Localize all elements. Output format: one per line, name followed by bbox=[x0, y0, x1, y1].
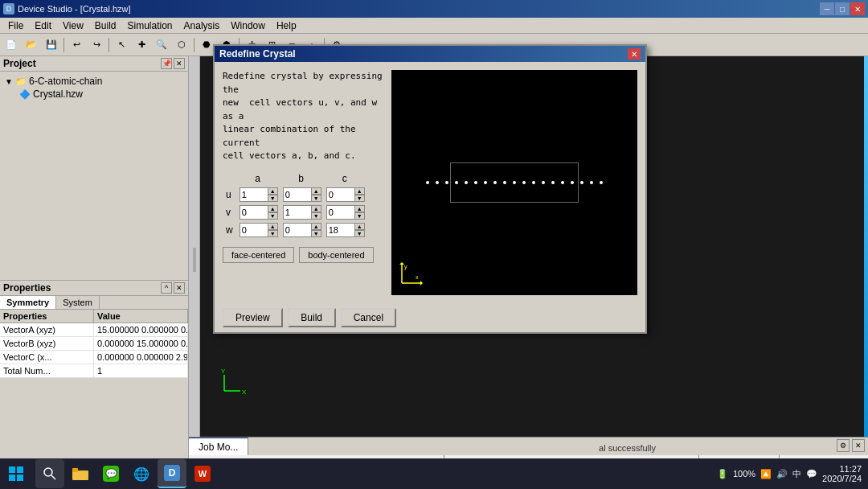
cancel-button[interactable]: Cancel bbox=[341, 308, 396, 327]
build-button[interactable]: Build bbox=[288, 308, 336, 327]
sidebar-controls[interactable]: 📌 ✕ bbox=[161, 58, 185, 69]
menu-window[interactable]: Window bbox=[226, 18, 270, 33]
menu-file[interactable]: File bbox=[3, 18, 28, 33]
spin-down-w-a[interactable]: ▼ bbox=[268, 230, 278, 237]
matrix-field-u-a[interactable] bbox=[242, 190, 268, 199]
matrix-field-v-c[interactable] bbox=[329, 208, 354, 217]
spin-up-u-c[interactable]: ▲ bbox=[354, 187, 365, 195]
spin-down-u-b[interactable]: ▼ bbox=[311, 195, 321, 202]
spinner-v-a[interactable]: ▲ ▼ bbox=[268, 205, 278, 220]
dialog-close-button[interactable]: ✕ bbox=[628, 48, 641, 60]
matrix-input-w-c[interactable]: ▲ ▼ bbox=[326, 223, 363, 237]
menu-simulation[interactable]: Simulation bbox=[123, 18, 178, 33]
properties-expand-button[interactable]: ^ bbox=[161, 282, 172, 294]
matrix-field-w-c[interactable] bbox=[329, 225, 354, 235]
spin-down-v-a[interactable]: ▼ bbox=[268, 212, 278, 220]
spin-up-u-a[interactable]: ▲ bbox=[268, 187, 278, 195]
taskbar-chrome[interactable]: 🌐 bbox=[127, 459, 156, 488]
properties-scroll[interactable]: VectorA (xyz) 15.000000 0.000000 0.00000… bbox=[0, 323, 188, 378]
menu-help[interactable]: Help bbox=[272, 18, 301, 33]
body-centered-button[interactable]: body-centered bbox=[299, 247, 373, 263]
toolbar-sep-1 bbox=[63, 38, 64, 52]
jm-close-button[interactable]: ✕ bbox=[852, 439, 865, 452]
tab-symmetry[interactable]: Symmetry bbox=[0, 296, 56, 309]
matrix-input-w-b[interactable]: ▲ ▼ bbox=[283, 223, 320, 237]
preview-button[interactable]: Preview bbox=[223, 308, 283, 327]
face-centered-button[interactable]: face-centered bbox=[223, 247, 294, 263]
matrix-field-w-a[interactable] bbox=[242, 225, 268, 235]
tree-root-item[interactable]: ▼ 📁 6-C-atomic-chain bbox=[3, 75, 185, 88]
menu-view[interactable]: View bbox=[58, 18, 88, 33]
taskbar-search[interactable] bbox=[35, 459, 64, 488]
matrix-field-v-a[interactable] bbox=[242, 208, 268, 217]
taskbar-file-explorer[interactable] bbox=[66, 459, 95, 488]
spinner-u-a[interactable]: ▲ ▼ bbox=[268, 187, 278, 202]
toolbar-open[interactable]: 📂 bbox=[22, 36, 41, 54]
properties-controls[interactable]: ^ ✕ bbox=[161, 282, 185, 294]
jm-controls[interactable]: ⚙ ✕ bbox=[837, 439, 865, 452]
taskbar-device-studio[interactable]: D bbox=[158, 459, 186, 488]
matrix-input-u-a[interactable]: ▲ ▼ bbox=[240, 187, 276, 202]
toolbar-select[interactable]: ⬡ bbox=[172, 36, 191, 54]
svg-text:Y: Y bbox=[221, 368, 226, 375]
spin-down-w-b[interactable]: ▼ bbox=[311, 230, 321, 237]
matrix-input-v-a[interactable]: ▲ ▼ bbox=[240, 205, 276, 220]
spinner-w-c[interactable]: ▲ ▼ bbox=[354, 223, 365, 237]
matrix-field-u-c[interactable] bbox=[329, 190, 354, 199]
minimize-button[interactable]: ─ bbox=[820, 2, 834, 15]
spinner-w-a[interactable]: ▲ ▼ bbox=[268, 223, 278, 237]
toolbar-zoom[interactable]: 🔍 bbox=[152, 36, 171, 54]
matrix-row-w: w ▲ ▼ bbox=[223, 221, 366, 239]
properties-close-button[interactable]: ✕ bbox=[174, 282, 185, 294]
spinner-w-b[interactable]: ▲ ▼ bbox=[311, 223, 321, 237]
spin-up-u-b[interactable]: ▲ bbox=[311, 187, 321, 195]
matrix-input-u-c[interactable]: ▲ ▼ bbox=[326, 187, 363, 202]
spin-up-w-a[interactable]: ▲ bbox=[268, 223, 278, 230]
matrix-input-v-c[interactable]: ▲ ▼ bbox=[326, 205, 363, 220]
spin-up-v-a[interactable]: ▲ bbox=[268, 205, 278, 212]
matrix-input-v-b[interactable]: ▲ ▼ bbox=[283, 205, 320, 220]
matrix-input-w-a[interactable]: ▲ ▼ bbox=[240, 223, 276, 237]
menu-analysis[interactable]: Analysis bbox=[179, 18, 225, 33]
spin-up-w-b[interactable]: ▲ bbox=[311, 223, 321, 230]
maximize-button[interactable]: □ bbox=[835, 2, 850, 15]
spinner-v-c[interactable]: ▲ ▼ bbox=[354, 205, 365, 220]
toolbar-redo[interactable]: ↪ bbox=[87, 36, 106, 54]
spin-up-w-c[interactable]: ▲ bbox=[354, 223, 365, 230]
sidebar-pin-button[interactable]: 📌 bbox=[161, 58, 172, 69]
taskbar-wps[interactable]: W bbox=[188, 459, 217, 488]
spin-down-u-c[interactable]: ▼ bbox=[354, 195, 365, 202]
close-button[interactable]: ✕ bbox=[850, 2, 865, 15]
spin-down-w-c[interactable]: ▼ bbox=[354, 230, 365, 237]
taskbar-clock[interactable]: 11:27 2020/7/24 bbox=[822, 464, 862, 483]
matrix-input-u-b[interactable]: ▲ ▼ bbox=[283, 187, 320, 202]
matrix-field-v-b[interactable] bbox=[285, 208, 311, 217]
tree-file-item[interactable]: 🔷 Crystal.hzw bbox=[3, 88, 185, 101]
toolbar-undo[interactable]: ↩ bbox=[67, 36, 86, 54]
toolbar-new[interactable]: 📄 bbox=[2, 36, 21, 54]
spin-down-u-a[interactable]: ▼ bbox=[268, 195, 278, 202]
spinner-u-c[interactable]: ▲ ▼ bbox=[354, 187, 365, 202]
sidebar-close-button[interactable]: ✕ bbox=[174, 58, 185, 69]
job-monitor-tab[interactable]: Job Mo... bbox=[189, 438, 248, 455]
tab-system[interactable]: System bbox=[56, 296, 100, 309]
sidebar-resize-handle[interactable] bbox=[189, 56, 200, 463]
right-accent bbox=[864, 56, 868, 463]
spin-up-v-b[interactable]: ▲ bbox=[311, 205, 321, 212]
spin-up-v-c[interactable]: ▲ bbox=[354, 205, 365, 212]
start-button[interactable] bbox=[0, 458, 32, 489]
menu-edit[interactable]: Edit bbox=[30, 18, 56, 33]
toolbar-save[interactable]: 💾 bbox=[42, 36, 61, 54]
toolbar-add[interactable]: ✚ bbox=[132, 36, 151, 54]
spin-down-v-b[interactable]: ▼ bbox=[311, 212, 321, 220]
spinner-v-b[interactable]: ▲ ▼ bbox=[311, 205, 321, 220]
spin-down-v-c[interactable]: ▼ bbox=[354, 212, 365, 220]
jm-settings-button[interactable]: ⚙ bbox=[837, 439, 850, 452]
menu-build[interactable]: Build bbox=[90, 18, 121, 33]
title-bar-controls[interactable]: ─ □ ✕ bbox=[820, 2, 865, 15]
matrix-field-u-b[interactable] bbox=[285, 190, 311, 199]
toolbar-cursor[interactable]: ↖ bbox=[112, 36, 131, 54]
matrix-field-w-b[interactable] bbox=[285, 225, 311, 235]
taskbar-wechat[interactable]: 💬 bbox=[96, 459, 125, 488]
spinner-u-b[interactable]: ▲ ▼ bbox=[311, 187, 321, 202]
